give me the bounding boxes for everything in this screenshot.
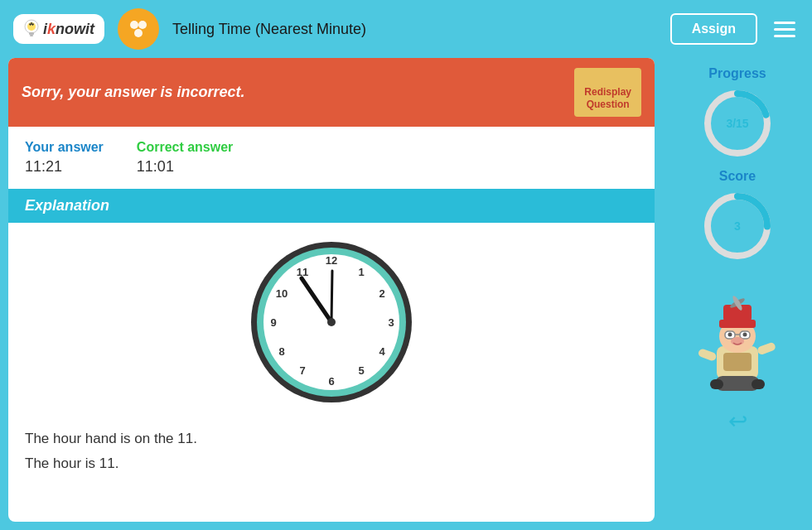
svg-text:3: 3 bbox=[388, 316, 394, 329]
logo: iknowit bbox=[13, 14, 104, 44]
main-layout: Sorry, your answer is incorrect. Redispl… bbox=[0, 58, 812, 530]
svg-rect-43 bbox=[698, 348, 718, 362]
next-arrow[interactable]: ↩ bbox=[728, 407, 747, 435]
hamburger-line-2 bbox=[774, 28, 795, 31]
your-answer-label: Your answer bbox=[25, 140, 104, 155]
svg-rect-30 bbox=[723, 353, 752, 371]
progress-section: Progress 3/15 bbox=[700, 66, 775, 161]
explanation-line-1: The hour hand is on the 11. bbox=[25, 426, 638, 452]
clock-center bbox=[327, 318, 336, 326]
svg-text:10: 10 bbox=[276, 287, 288, 300]
svg-point-9 bbox=[134, 29, 143, 37]
svg-rect-46 bbox=[710, 379, 723, 389]
content-panel: Sorry, your answer is incorrect. Redispl… bbox=[8, 58, 655, 522]
logo-icon bbox=[23, 19, 40, 39]
clock: 12 1 2 3 4 5 6 7 8 9 10 11 bbox=[249, 239, 414, 405]
mascot-svg bbox=[692, 280, 783, 396]
activity-title: Telling Time (Nearest Minute) bbox=[172, 21, 657, 38]
svg-rect-2 bbox=[29, 32, 34, 35]
svg-rect-44 bbox=[756, 341, 776, 355]
progress-value: 3/15 bbox=[726, 117, 748, 130]
progress-ring: 3/15 bbox=[700, 86, 775, 161]
hamburger-line-3 bbox=[774, 35, 795, 37]
minute-hand bbox=[331, 271, 332, 322]
correct-answer-value: 11:01 bbox=[137, 158, 234, 176]
logo-text: iknowit bbox=[43, 21, 94, 38]
correct-answer-label: Correct answer bbox=[137, 140, 234, 155]
incorrect-banner: Sorry, your answer is incorrect. Redispl… bbox=[8, 58, 655, 127]
progress-label: Progress bbox=[708, 66, 766, 81]
activity-icon bbox=[118, 8, 159, 50]
svg-text:1: 1 bbox=[358, 266, 364, 278]
svg-text:6: 6 bbox=[328, 375, 334, 388]
score-ring: 3 bbox=[700, 189, 775, 263]
svg-text:12: 12 bbox=[326, 254, 337, 267]
svg-point-8 bbox=[138, 21, 147, 29]
explanation-text: The hour hand is on the 11. The hour is … bbox=[8, 413, 655, 490]
incorrect-message: Sorry, your answer is incorrect. bbox=[22, 84, 244, 101]
svg-text:7: 7 bbox=[299, 364, 305, 377]
explanation-bar: Explanation bbox=[8, 189, 655, 223]
score-value: 3 bbox=[734, 219, 741, 233]
answer-section: Your answer 11:21 Correct answer 11:01 bbox=[8, 127, 655, 182]
score-section: Score 3 bbox=[700, 169, 775, 263]
sidebar: Progress 3/15 Score 3 bbox=[663, 58, 812, 530]
svg-text:4: 4 bbox=[379, 345, 385, 358]
assign-button[interactable]: Assign bbox=[670, 13, 757, 45]
score-label: Score bbox=[719, 169, 756, 184]
your-answer-col: Your answer 11:21 bbox=[25, 140, 104, 176]
svg-rect-3 bbox=[30, 35, 33, 36]
svg-text:9: 9 bbox=[270, 316, 276, 329]
clock-svg: 12 1 2 3 4 5 6 7 8 9 10 11 bbox=[249, 239, 414, 405]
svg-rect-47 bbox=[752, 379, 765, 389]
correct-answer-col: Correct answer 11:01 bbox=[137, 140, 234, 176]
redisplay-label: RedisplayQuestion bbox=[584, 86, 631, 111]
svg-text:2: 2 bbox=[379, 287, 384, 300]
svg-point-41 bbox=[743, 333, 747, 337]
explanation-line-2: The hour is 11. bbox=[25, 451, 638, 477]
clock-area: 12 1 2 3 4 5 6 7 8 9 10 11 bbox=[8, 223, 655, 413]
menu-button[interactable] bbox=[771, 18, 799, 41]
svg-text:5: 5 bbox=[358, 364, 364, 377]
mascot-area bbox=[692, 280, 783, 396]
redisplay-button[interactable]: RedisplayQuestion bbox=[574, 68, 641, 117]
svg-text:8: 8 bbox=[278, 345, 284, 358]
header: iknowit Telling Time (Nearest Minute) As… bbox=[0, 0, 812, 58]
activity-dots-icon bbox=[126, 17, 151, 41]
svg-point-7 bbox=[130, 21, 138, 29]
svg-point-40 bbox=[728, 333, 732, 337]
your-answer-value: 11:21 bbox=[25, 158, 104, 176]
explanation-label: Explanation bbox=[25, 197, 109, 214]
hamburger-line-1 bbox=[774, 22, 795, 24]
